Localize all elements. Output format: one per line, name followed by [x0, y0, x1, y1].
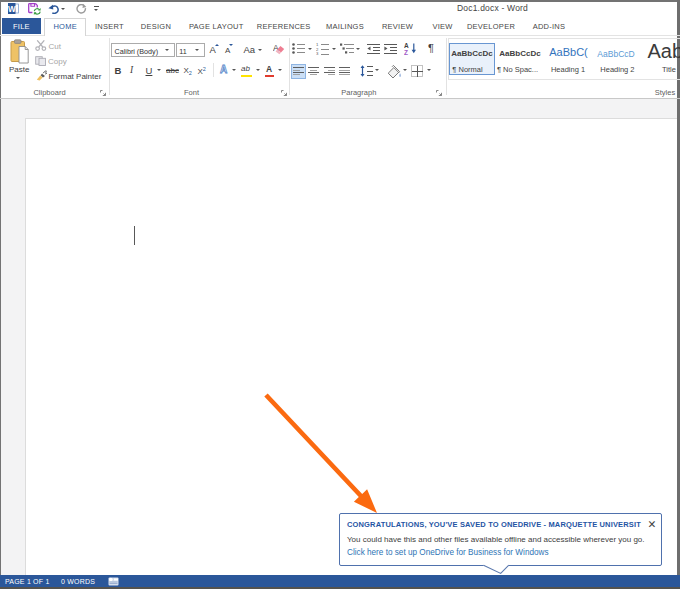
- svg-text:W: W: [8, 5, 16, 14]
- svg-text:3: 3: [316, 51, 319, 55]
- svg-text:Z: Z: [404, 49, 408, 55]
- svg-text:A: A: [404, 42, 409, 49]
